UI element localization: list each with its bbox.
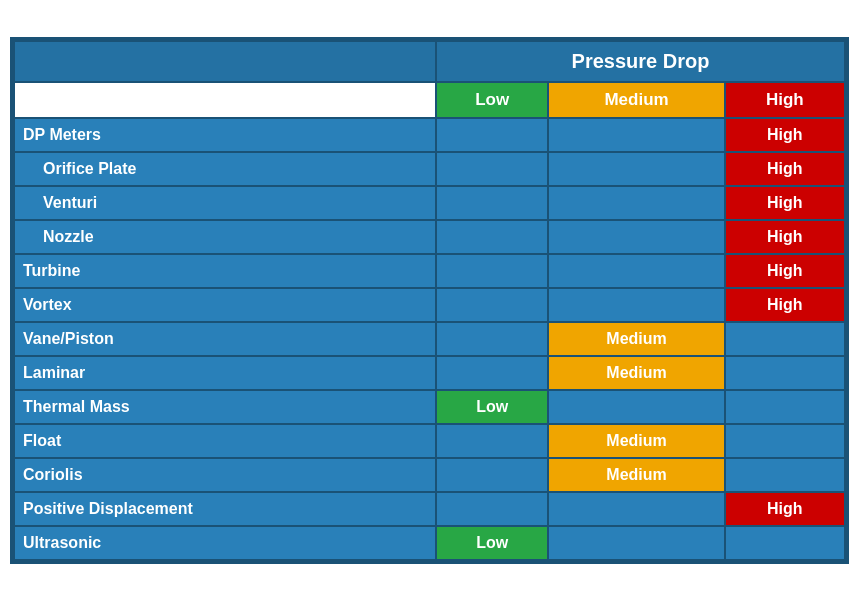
row-label: DP Meters	[14, 118, 436, 152]
table-row: Vane/PistonMedium	[14, 322, 845, 356]
cell-medium: Medium	[548, 356, 724, 390]
cell-medium	[548, 526, 724, 560]
header-medium: Medium	[548, 82, 724, 118]
cell-low	[436, 186, 548, 220]
row-label: Turbine	[14, 254, 436, 288]
table-row: VortexHigh	[14, 288, 845, 322]
cell-high: High	[725, 118, 845, 152]
table-row: NozzleHigh	[14, 220, 845, 254]
cell-high: High	[725, 254, 845, 288]
row-label: Vane/Piston	[14, 322, 436, 356]
cell-low	[436, 492, 548, 526]
cell-high	[725, 356, 845, 390]
cell-medium	[548, 390, 724, 424]
cell-high: High	[725, 492, 845, 526]
cell-high: High	[725, 220, 845, 254]
table-row: CoriolisMedium	[14, 458, 845, 492]
row-label: Float	[14, 424, 436, 458]
table-row: DP MetersHigh	[14, 118, 845, 152]
header-low: Low	[436, 82, 548, 118]
cell-low	[436, 322, 548, 356]
cell-medium	[548, 254, 724, 288]
table-row: TurbineHigh	[14, 254, 845, 288]
cell-medium: Medium	[548, 458, 724, 492]
cell-low	[436, 424, 548, 458]
row-label: Coriolis	[14, 458, 436, 492]
header-high: High	[725, 82, 845, 118]
cell-medium	[548, 288, 724, 322]
row-label: Nozzle	[14, 220, 436, 254]
table-row: VenturiHigh	[14, 186, 845, 220]
cell-low	[436, 118, 548, 152]
cell-medium	[548, 152, 724, 186]
row-label: Thermal Mass	[14, 390, 436, 424]
cell-high	[725, 458, 845, 492]
main-table-wrapper: Pressure Drop Low Medium High DP MetersH…	[10, 37, 849, 564]
table-row: Positive DisplacementHigh	[14, 492, 845, 526]
cell-low: Low	[436, 390, 548, 424]
row-label: Orifice Plate	[14, 152, 436, 186]
cell-high: High	[725, 288, 845, 322]
header-empty-cell	[14, 41, 436, 82]
cell-low	[436, 220, 548, 254]
cell-high	[725, 424, 845, 458]
cell-high: High	[725, 152, 845, 186]
cell-medium: Medium	[548, 424, 724, 458]
row-label: Ultrasonic	[14, 526, 436, 560]
cell-low	[436, 254, 548, 288]
row-label: Venturi	[14, 186, 436, 220]
row-label: Laminar	[14, 356, 436, 390]
header-row-columns: Low Medium High	[14, 82, 845, 118]
cell-medium	[548, 220, 724, 254]
table-row: Thermal MassLow	[14, 390, 845, 424]
header-label-cell	[14, 82, 436, 118]
cell-medium	[548, 186, 724, 220]
cell-high	[725, 526, 845, 560]
cell-high: High	[725, 186, 845, 220]
row-label: Positive Displacement	[14, 492, 436, 526]
pressure-drop-header: Pressure Drop	[436, 41, 845, 82]
cell-low: Low	[436, 526, 548, 560]
table-row: LaminarMedium	[14, 356, 845, 390]
table-row: UltrasonicLow	[14, 526, 845, 560]
cell-high	[725, 322, 845, 356]
row-label: Vortex	[14, 288, 436, 322]
cell-medium	[548, 492, 724, 526]
table-row: FloatMedium	[14, 424, 845, 458]
cell-medium: Medium	[548, 322, 724, 356]
header-row-title: Pressure Drop	[14, 41, 845, 82]
cell-low	[436, 288, 548, 322]
cell-low	[436, 458, 548, 492]
cell-low	[436, 152, 548, 186]
cell-low	[436, 356, 548, 390]
cell-medium	[548, 118, 724, 152]
cell-high	[725, 390, 845, 424]
table-row: Orifice PlateHigh	[14, 152, 845, 186]
